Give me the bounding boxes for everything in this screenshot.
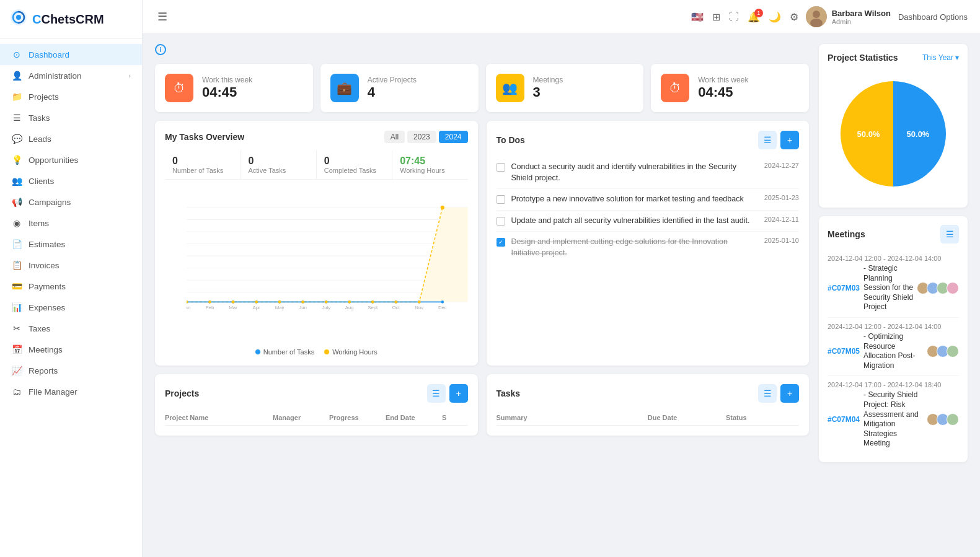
stat-card-work-week-1-text: Work this week 04:45: [202, 76, 252, 100]
dark-mode-icon[interactable]: 🌙: [769, 11, 781, 23]
sidebar-item-campaigns[interactable]: 📢 Campaigns: [0, 191, 142, 213]
sidebar-item-tasks[interactable]: ☰ Tasks: [0, 107, 142, 128]
stat-card-active-projects-label: Active Projects: [368, 76, 417, 84]
todos-header: To Dos ☰ +: [497, 131, 800, 149]
sidebar-item-opportunities[interactable]: 💡 Opportunities: [0, 149, 142, 170]
svg-text:Apr: Apr: [253, 305, 261, 310]
projects-list-button[interactable]: ☰: [427, 384, 446, 403]
svg-text:Aug: Aug: [345, 305, 354, 310]
projects-table-header: Project Name Manager Progress End Date S: [165, 410, 468, 426]
completed-tasks-box: 0 Completed Tasks: [317, 151, 392, 179]
apps-icon[interactable]: ⊞: [712, 11, 720, 23]
meeting-avatar: [947, 282, 959, 294]
stat-card-active-projects: 💼 Active Projects 4: [320, 64, 479, 112]
fullscreen-icon[interactable]: ⛶: [729, 11, 739, 22]
project-statistics-title: Project Statistics: [828, 53, 898, 63]
campaigns-icon: 📢: [11, 197, 22, 207]
tasks-action-btns: ☰ +: [758, 384, 799, 403]
todo-text-1: Prototype a new innovative solution for …: [511, 194, 758, 205]
sidebar-item-reports[interactable]: 📈 Reports: [0, 360, 142, 381]
tasks-list-button[interactable]: ☰: [758, 384, 777, 403]
sidebar-item-administration[interactable]: 👤 Administration ›: [0, 65, 142, 86]
svg-text:Jan: Jan: [187, 305, 190, 310]
tasks-add-button[interactable]: +: [780, 384, 799, 403]
work-week-1-icon: ⏱: [165, 74, 193, 102]
sidebar-item-items[interactable]: ◉ Items: [0, 213, 142, 234]
notification-badge: 1: [754, 9, 763, 17]
stat-card-work-week-1-label: Work this week: [202, 76, 252, 84]
todo-checkbox-2[interactable]: [497, 217, 505, 226]
chart-legend: Number of Tasks Working Hours: [165, 348, 468, 356]
language-flag[interactable]: 🇺🇸: [691, 11, 704, 23]
todo-checkbox-3[interactable]: [497, 238, 505, 247]
topbar: ☰ 🇺🇸 ⊞ ⛶ 🔔 1 🌙 ⚙: [143, 0, 980, 34]
sidebar-item-taxes[interactable]: ✂ Taxes: [0, 318, 142, 339]
svg-text:Oct: Oct: [392, 305, 400, 310]
svg-point-43: [348, 300, 351, 304]
taxes-icon: ✂: [11, 323, 22, 333]
meeting-link-1[interactable]: #C07M05: [828, 347, 860, 356]
administration-icon: 👤: [11, 71, 22, 81]
active-tasks-box: 0 Active Tasks: [241, 151, 316, 179]
sidebar-item-clients[interactable]: 👥 Clients: [0, 170, 142, 191]
info-icon[interactable]: i: [155, 44, 166, 55]
sidebar-item-file-manager[interactable]: 🗂 File Manager: [0, 381, 142, 402]
tab-all[interactable]: All: [384, 131, 405, 143]
meeting-avatar: [947, 413, 959, 426]
bottom-panels-row: Projects ☰ + Project Name Manager Progre…: [155, 374, 809, 436]
sidebar-item-dashboard[interactable]: ⊙ Dashboard: [0, 44, 142, 65]
year-select-button[interactable]: This Year ▾: [922, 53, 959, 62]
todo-checkbox-0[interactable]: [497, 163, 505, 172]
svg-point-39: [255, 300, 258, 304]
expenses-icon: 📊: [11, 302, 22, 312]
todos-list-button[interactable]: ☰: [758, 131, 777, 149]
projects-action-btns: ☰ +: [427, 384, 468, 403]
svg-point-47: [441, 206, 444, 209]
sidebar-item-payments[interactable]: 💳 Payments: [0, 276, 142, 297]
sidebar-item-invoices[interactable]: 📋 Invoices: [0, 255, 142, 276]
projects-add-button[interactable]: +: [449, 384, 468, 403]
sidebar-item-leads[interactable]: 💬 Leads: [0, 128, 142, 149]
projects-panel-title: Projects: [165, 388, 199, 398]
meeting-link-2[interactable]: #C07M04: [828, 415, 860, 424]
dashboard-options-label[interactable]: Dashboard Options: [898, 12, 968, 22]
meeting-time-0: 2024-12-04 12:00 - 2024-12-04 14:00: [828, 255, 959, 262]
svg-text:50.0%: 50.0%: [857, 129, 880, 139]
project-statistics-header: Project Statistics This Year ▾: [828, 53, 959, 63]
tab-2024[interactable]: 2024: [439, 131, 468, 143]
svg-marker-23: [187, 208, 468, 302]
todos-action-btns: ☰ +: [758, 131, 799, 149]
tab-2023[interactable]: 2023: [407, 131, 436, 143]
tasks-table-header: Summary Due Date Status: [497, 410, 800, 426]
logo[interactable]: CChetsCRM: [0, 0, 142, 39]
meetings-list-button[interactable]: ☰: [940, 225, 959, 243]
tasks-icon: ☰: [11, 113, 22, 123]
svg-text:May: May: [275, 305, 285, 310]
projects-panel: Projects ☰ + Project Name Manager Progre…: [155, 374, 478, 436]
invoices-icon: 📋: [11, 260, 22, 270]
sidebar-item-meetings[interactable]: 📅 Meetings: [0, 339, 142, 360]
svg-text:Jun: Jun: [299, 305, 307, 310]
notifications-icon[interactable]: 🔔 1: [748, 11, 760, 23]
sidebar-item-projects[interactable]: 📁 Projects: [0, 86, 142, 107]
todo-checkbox-1[interactable]: [497, 195, 505, 204]
legend-hours-dot: [324, 349, 329, 354]
settings-icon[interactable]: ⚙: [790, 11, 798, 23]
hamburger-button[interactable]: ☰: [155, 7, 170, 26]
meeting-avatars-2: [929, 413, 959, 426]
meeting-row-0: #C07M03 - Strategic Planning Session for…: [828, 264, 959, 312]
todo-item-0: Conduct a security audit and identify vu…: [497, 157, 800, 189]
meeting-avatars-0: [919, 282, 959, 294]
sidebar: CChetsCRM ⊙ Dashboard 👤 Administration ›…: [0, 0, 143, 557]
meeting-item-1: 2024-12-04 12:00 - 2024-12-04 14:00 #C07…: [828, 318, 959, 376]
sidebar-item-expenses[interactable]: 📊 Expenses: [0, 297, 142, 318]
svg-text:Sept: Sept: [368, 305, 378, 310]
svg-point-36: [187, 300, 188, 304]
info-row: i: [155, 44, 809, 55]
stat-card-active-projects-text: Active Projects 4: [368, 76, 417, 100]
sidebar-item-estimates[interactable]: 📄 Estimates: [0, 234, 142, 255]
tasks-bottom-panel: Tasks ☰ + Summary Due Date Status: [487, 374, 810, 436]
todos-add-button[interactable]: +: [780, 131, 799, 149]
meeting-link-0[interactable]: #C07M03: [828, 284, 860, 292]
user-avatar-button[interactable]: Barbara Wilson Admin: [806, 6, 891, 27]
